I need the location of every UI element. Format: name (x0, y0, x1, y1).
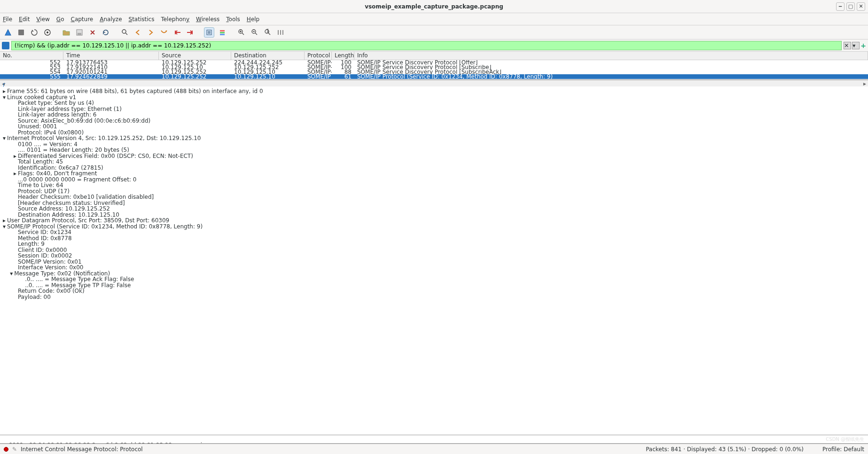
detail-line[interactable]: ▸Flags: 0x40, Don't fragment (3, 171, 865, 177)
detail-line[interactable]: ▾Internet Protocol Version 4, Src: 10.12… (3, 135, 865, 141)
detail-line[interactable]: Source: AsixElec_b0:69:dd (00:0e:c6:b0:6… (3, 118, 865, 124)
watermark: CSDN @报纸先生 (826, 436, 864, 443)
menu-edit[interactable]: Edit (19, 16, 30, 23)
detail-line[interactable]: ▸Differentiated Services Field: 0x00 (DS… (3, 153, 865, 159)
auto-scroll-icon[interactable] (204, 27, 214, 38)
clear-filter-icon[interactable]: ✕ (844, 42, 851, 49)
col-time[interactable]: Time (63, 52, 159, 60)
col-info[interactable]: Info (354, 52, 868, 60)
packet-list-header[interactable]: No. Time Source Destination Protocol Len… (0, 52, 868, 60)
detail-line[interactable]: Client ID: 0x0000 (3, 247, 865, 253)
packet-row[interactable]: 55517.92462284910.129.125.25210.129.125.… (0, 74, 868, 79)
detail-line[interactable]: Header Checksum: 0xbe10 [validation disa… (3, 194, 865, 200)
detail-line[interactable]: ▾SOME/IP Protocol (Service ID: 0x1234, M… (3, 224, 865, 230)
svg-rect-7 (220, 30, 225, 31)
start-capture-icon[interactable] (3, 27, 13, 38)
colorize-icon[interactable] (217, 27, 227, 38)
col-length[interactable]: Length (332, 52, 354, 60)
restart-capture-icon[interactable] (29, 27, 39, 38)
packet-row[interactable]: 55417.92010124110.129.125.25210.129.125.… (0, 70, 868, 74)
maximize-button[interactable]: ▢ (846, 2, 855, 11)
col-source[interactable]: Source (159, 52, 231, 60)
detail-line[interactable]: Total Length: 45 (3, 159, 865, 165)
go-first-icon[interactable] (172, 27, 182, 38)
svg-point-2 (47, 31, 48, 33)
detail-line[interactable]: Unused: 0001 (3, 124, 865, 130)
zoom-out-icon[interactable] (249, 27, 259, 38)
detail-line[interactable]: Length: 9 (3, 241, 865, 247)
packet-details-pane[interactable]: ▸Frame 555: 61 bytes on wire (488 bits),… (0, 86, 868, 435)
detail-line[interactable]: .0.. .... = Message Type Ack Flag: False (3, 276, 865, 282)
reload-icon[interactable] (101, 27, 111, 38)
statusbar: ✎ Internet Control Message Protocol: Pro… (0, 444, 868, 454)
menu-wireless[interactable]: Wireless (196, 16, 219, 23)
detail-line[interactable]: Time to Live: 64 (3, 182, 865, 188)
add-filter-button[interactable]: + (860, 42, 866, 49)
detail-line[interactable]: Interface Version: 0x00 (3, 265, 865, 271)
menu-statistics[interactable]: Statistics (129, 16, 155, 23)
status-profile[interactable]: Profile: Default (822, 446, 864, 453)
capture-options-icon[interactable] (42, 27, 53, 38)
detail-line[interactable]: ▸User Datagram Protocol, Src Port: 38509… (3, 218, 865, 224)
resize-columns-icon[interactable] (275, 27, 286, 38)
menu-view[interactable]: View (36, 16, 49, 23)
status-left-text: Internet Control Message Protocol: Proto… (21, 446, 143, 453)
menu-analyze[interactable]: Analyze (100, 16, 122, 23)
detail-line[interactable]: ▾Linux cooked capture v1 (3, 94, 865, 101)
detail-line[interactable]: .... 0101 = Header Length: 20 bytes (5) (3, 147, 865, 153)
menu-help[interactable]: Help (247, 16, 259, 23)
menu-telephony[interactable]: Telephony (161, 16, 189, 23)
go-to-packet-icon[interactable] (159, 27, 169, 38)
menu-file[interactable]: FFileile (3, 16, 12, 23)
detail-line[interactable]: Source Address: 10.129.125.252 (3, 206, 865, 212)
svg-rect-0 (18, 30, 24, 35)
open-file-icon[interactable] (61, 27, 71, 38)
packet-row[interactable]: 55217.91377645310.129.125.252224.244.224… (0, 60, 868, 65)
menu-tools[interactable]: Tools (226, 16, 240, 23)
col-protocol[interactable]: Protocol (305, 52, 332, 60)
expert-info-icon[interactable] (4, 447, 8, 452)
stop-capture-icon[interactable] (16, 27, 26, 38)
detail-line[interactable]: Link-layer address type: Ethernet (1) (3, 106, 865, 112)
detail-line[interactable]: Payload: 00 (3, 294, 865, 300)
packet-bytes-pane[interactable]: 0000 00 04 00 01 00 06 00 0e c6 b0 69 dd… (0, 435, 868, 444)
svg-rect-8 (220, 32, 225, 33)
close-file-icon[interactable] (87, 27, 98, 38)
filter-dropdown-icon[interactable]: ▾ (852, 42, 860, 49)
display-filter-input[interactable] (11, 41, 842, 50)
detail-line[interactable]: Link-layer address length: 6 (3, 112, 865, 118)
detail-line[interactable]: Packet type: Sent by us (4) (3, 100, 865, 106)
detail-line[interactable]: ..0. .... = Message Type TP Flag: False (3, 282, 865, 289)
detail-line[interactable]: ▸Frame 555: 61 bytes on wire (488 bits),… (3, 88, 865, 94)
detail-line[interactable]: [Header checksum status: Unverified] (3, 200, 865, 206)
save-file-icon[interactable] (74, 27, 85, 38)
detail-line[interactable]: Identification: 0x6ca7 (27815) (3, 165, 865, 171)
find-packet-icon[interactable] (119, 27, 130, 38)
zoom-reset-icon[interactable]: 1 (262, 27, 273, 38)
capture-file-properties-icon[interactable]: ✎ (12, 446, 17, 453)
detail-line[interactable]: SOME/IP Version: 0x01 (3, 259, 865, 265)
go-forward-icon[interactable] (146, 27, 156, 38)
col-destination[interactable]: Destination (231, 52, 305, 60)
menu-go[interactable]: Go (56, 16, 64, 23)
status-packet-counts: Packets: 841 · Displayed: 43 (5.1%) · Dr… (646, 446, 804, 453)
scroll-right-icon[interactable]: ▸ (863, 80, 866, 86)
go-back-icon[interactable] (133, 27, 143, 38)
col-no[interactable]: No. (0, 52, 63, 60)
zoom-in-icon[interactable] (236, 27, 246, 38)
titlebar: vsomeip_example_capture_package.pcapng ‒… (0, 0, 868, 13)
menu-capture[interactable]: Capture (70, 16, 93, 23)
detail-line[interactable]: Service ID: 0x1234 (3, 229, 865, 235)
packet-list-pane[interactable]: No. Time Source Destination Protocol Len… (0, 52, 868, 80)
bookmark-filter-icon[interactable] (2, 42, 9, 49)
detail-line[interactable]: 0100 .... = Version: 4 (3, 141, 865, 148)
go-last-icon[interactable] (185, 27, 195, 38)
packet-list-scrollbar[interactable]: ┌ ◂▸ (0, 80, 868, 86)
close-button[interactable]: ✕ (857, 2, 865, 11)
detail-line[interactable]: ...0 0000 0000 0000 = Fragment Offset: 0 (3, 177, 865, 183)
minimize-button[interactable]: ‒ (836, 2, 845, 11)
detail-line[interactable]: Session ID: 0x0002 (3, 253, 865, 259)
packet-row[interactable]: 55317.91922141010.129.125.1010.129.125.2… (0, 65, 868, 70)
detail-line[interactable]: Return Code: 0x00 (Ok) (3, 288, 865, 294)
detail-line[interactable]: Method ID: 0x8778 (3, 235, 865, 242)
